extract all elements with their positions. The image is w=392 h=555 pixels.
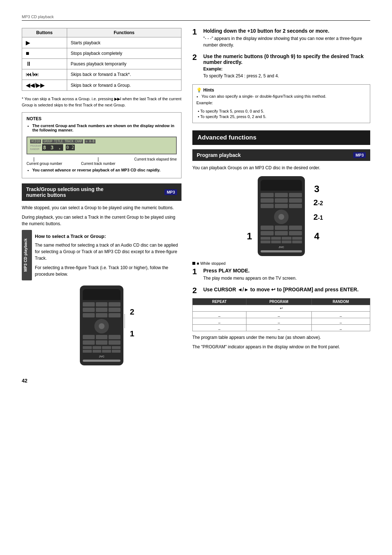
table-row: ■ Stops playback completely <box>22 48 181 59</box>
program-step-1: 1 Press PLAY MODE. The play mode menu ap… <box>192 268 370 283</box>
step-number: 2 <box>192 53 201 81</box>
remote-dpad <box>83 319 121 333</box>
table-row: _ _ _ <box>193 318 370 324</box>
how-to-content: How to select a Track or Group: The same… <box>35 230 181 280</box>
remote-buttons-grid <box>83 302 121 317</box>
brand-logo-2: JVC <box>261 246 302 249</box>
remote-small-button <box>93 346 102 349</box>
menu-header-program: PROGRAM <box>246 298 311 305</box>
step-title: Press PLAY MODE. <box>203 268 370 274</box>
remote-button <box>261 204 274 208</box>
remote-button <box>275 226 288 230</box>
hints-icon: 💡 <box>196 88 202 93</box>
notes-list: The current Group and Track numbers are … <box>26 123 177 132</box>
track-number-label: Current track number <box>81 157 115 166</box>
remote-bottom-grid-2 <box>261 237 302 243</box>
remote-small-button <box>282 237 291 240</box>
remote-small-button <box>93 350 102 353</box>
menu-cell: _ <box>193 324 246 331</box>
remote-button <box>261 226 274 230</box>
menu-icon-row: ↩ <box>193 305 370 311</box>
track-group-title: Track/Group selection using thenumeric b… <box>26 186 103 198</box>
remote-button <box>109 302 121 307</box>
example-label: Example: <box>203 66 370 72</box>
remote-button <box>83 308 95 312</box>
page-number: 42 <box>22 378 370 384</box>
lcd-display-wrapper: VCD10 GROUP TITLE TRACK CHAP ⊙ A-B PROGR… <box>26 134 177 166</box>
button-function: Starts playback <box>67 37 181 48</box>
remote-button <box>289 198 302 203</box>
callout-1-right: 1 <box>247 231 252 242</box>
remote-button <box>275 198 288 203</box>
remote-button <box>83 302 95 307</box>
menu-header-random: RANDOM <box>311 298 370 305</box>
how-to-title: How to select a Track or Group: <box>35 234 181 239</box>
remote-small-button <box>271 240 281 243</box>
remote-small-button <box>282 240 291 243</box>
step-title: Use the numeric buttons (0 through 9) to… <box>203 53 370 65</box>
buttons-functions-table: Buttons Functions ▶ Starts playback ■ St… <box>22 28 181 91</box>
how-to-body2: For selecting a three-figure Track (i.e.… <box>35 264 181 278</box>
list-item: • To specify Track 5, press 0, 0 and 5. <box>198 109 366 113</box>
after-table-text-2: The "PROGRAM" indicator appears in the d… <box>192 344 370 350</box>
callout-3: 3 <box>314 183 319 195</box>
right-column: 1 Holding down the +10 button for 2 seco… <box>192 28 370 370</box>
remote-button <box>96 313 108 317</box>
table-row: _ _ _ <box>193 324 370 331</box>
step-body: "- - -" appears in the display window sh… <box>203 35 370 48</box>
table-row: ⏸ Pauses playback temporarily <box>22 59 181 69</box>
remote-small-button <box>261 237 270 240</box>
hints-box: 💡 Hints You can also specify a single- o… <box>192 84 370 123</box>
hints-label: Hints <box>203 88 214 93</box>
table-row: ⏮/⏭ Skips back or forward a Track*. <box>22 69 181 80</box>
hints-example-label: Example: <box>196 100 366 106</box>
dpad-center <box>99 323 105 329</box>
dpad-center-2 <box>278 214 284 220</box>
side-tab: MP3 CD playback <box>22 230 32 280</box>
remote-button <box>96 335 108 339</box>
step-number: 1 <box>192 28 201 50</box>
notes-box: NOTES The current Group and Track number… <box>22 112 181 178</box>
group-number-label: Current group number <box>26 157 62 166</box>
while-stopped-text: ■ While stopped <box>197 261 225 266</box>
mp3-badge-2: MP3 <box>353 152 366 158</box>
remote-button <box>109 340 121 345</box>
remote-button <box>289 204 302 208</box>
program-step-2: 2 Use CURSOR ◄/► to move ↩ to [PROGRAM] … <box>192 287 370 295</box>
remote-small-button <box>83 346 92 349</box>
remote-buttons-grid-2 <box>83 335 121 345</box>
hints-examples: • To specify Track 5, press 0, 0 and 5. … <box>196 109 366 119</box>
step-content: Press PLAY MODE. The play mode menu appe… <box>203 268 370 283</box>
list-item: You cannot advance or reverse playback o… <box>32 168 177 172</box>
step-title: Use CURSOR ◄/► to move ↩ to [PROGRAM] an… <box>203 287 370 292</box>
how-to-section: MP3 CD playback How to select a Track or… <box>22 230 181 280</box>
menu-cell: _ <box>311 318 370 324</box>
step-content: Holding down the +10 button for 2 second… <box>203 28 370 50</box>
menu-cell: _ <box>311 324 370 331</box>
remote-button <box>261 198 274 203</box>
track-group-header: Track/Group selection using thenumeric b… <box>22 183 181 201</box>
step-1: 1 Holding down the +10 button for 2 seco… <box>192 28 370 50</box>
remote-button <box>109 308 121 312</box>
button-function: Skips back or forward a Track*. <box>67 69 181 80</box>
list-item: You can also specify a single- or double… <box>201 94 366 98</box>
menu-cell: _ <box>246 311 311 318</box>
button-function: Stops playback completely <box>67 48 181 59</box>
callout-2-1: 2-1 <box>314 212 323 222</box>
mp3-badge: MP3 <box>164 189 177 195</box>
remote-control: JVC <box>80 285 123 365</box>
remote-dpad-2 <box>261 210 302 224</box>
lcd-display: VCD10 GROUP TITLE TRACK CHAP ⊙ A-B PROGR… <box>26 137 177 154</box>
table-row: ◀◀/▶▶ Skips back or forward a Group. <box>22 80 181 91</box>
remote-button <box>289 193 302 197</box>
step-number: 1 <box>192 268 201 283</box>
remote-button <box>289 226 302 230</box>
list-item: The current Group and Track numbers are … <box>32 123 177 132</box>
left-column: Buttons Functions ▶ Starts playback ■ St… <box>22 28 181 370</box>
button-icon: ■ <box>22 48 67 59</box>
remote-small-button <box>271 237 281 240</box>
remote-button <box>96 302 108 307</box>
square-bullet-icon <box>192 262 195 265</box>
button-function: Pauses playback temporarily <box>67 59 181 69</box>
program-playback-intro: You can playback Groups on an MP3 CD dis… <box>192 165 370 171</box>
